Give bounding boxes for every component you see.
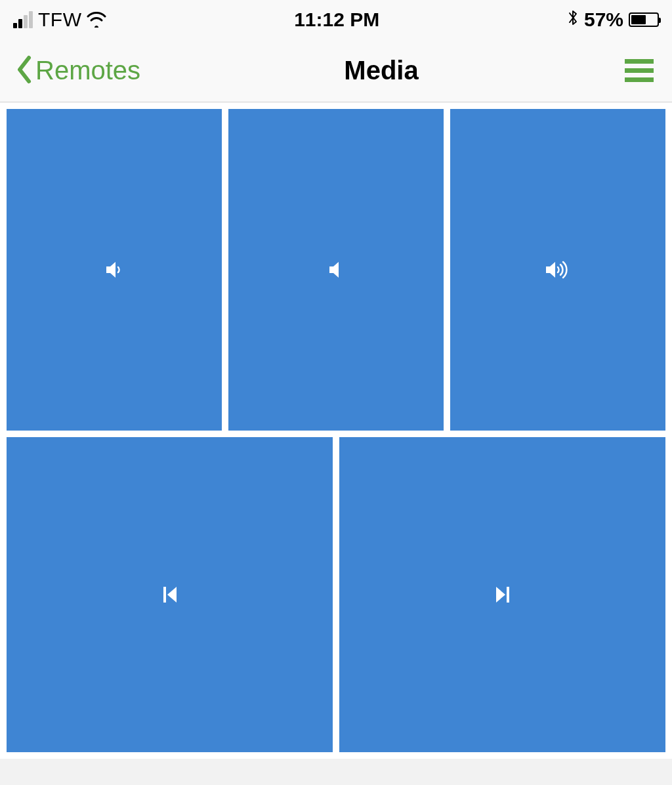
signal-strength-icon xyxy=(13,11,33,28)
previous-track-button[interactable] xyxy=(7,437,333,752)
battery-icon xyxy=(629,12,659,27)
volume-up-icon xyxy=(542,257,574,283)
hamburger-icon xyxy=(625,59,654,64)
svg-rect-0 xyxy=(163,587,166,603)
carrier-label: TFW xyxy=(38,9,81,31)
next-track-button[interactable] xyxy=(339,437,665,752)
back-label: Remotes xyxy=(35,56,140,85)
status-time: 11:12 PM xyxy=(294,9,379,31)
mute-button[interactable] xyxy=(228,109,444,431)
volume-down-icon xyxy=(101,257,127,283)
row-track xyxy=(7,437,665,752)
row-volume xyxy=(7,109,665,431)
wifi-icon xyxy=(87,12,106,28)
status-right: 57% xyxy=(567,9,659,32)
nav-bar: Remotes Media xyxy=(0,39,672,102)
battery-pct-label: 57% xyxy=(584,9,623,31)
menu-button[interactable] xyxy=(622,56,656,85)
page-title: Media xyxy=(344,56,418,85)
button-grid xyxy=(0,102,672,759)
status-left: TFW xyxy=(13,9,106,31)
back-button[interactable]: Remotes xyxy=(16,55,140,87)
volume-down-button[interactable] xyxy=(7,109,222,431)
chevron-left-icon xyxy=(16,55,34,87)
svg-rect-1 xyxy=(507,587,509,603)
status-bar: TFW 11:12 PM 57% xyxy=(0,0,672,39)
volume-up-button[interactable] xyxy=(450,109,665,431)
volume-mute-icon xyxy=(323,257,349,283)
skip-previous-icon xyxy=(158,582,182,608)
bluetooth-icon xyxy=(567,9,579,32)
skip-next-icon xyxy=(491,582,514,608)
